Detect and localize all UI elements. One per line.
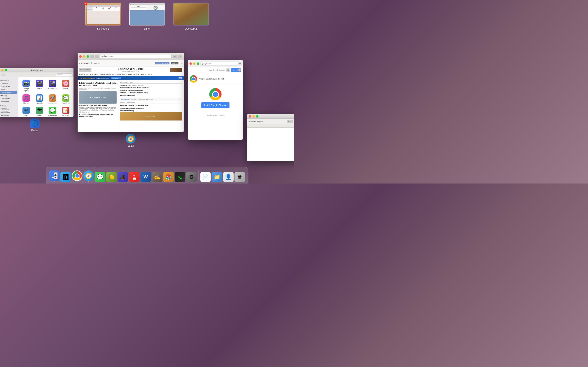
dock-item-newdoc[interactable]: 📄	[200, 172, 211, 182]
dock-item-contacts[interactable]: 👤	[223, 172, 234, 182]
sidebar-item-desktop[interactable]: 🖥 Desktop	[0, 94, 18, 97]
nav-us[interactable]: U.S.	[86, 74, 89, 75]
view-icon-columns[interactable]: |||	[1, 74, 2, 76]
size-selector[interactable]: 12	[264, 120, 267, 123]
google-plus-link[interactable]: +You	[208, 69, 212, 71]
nav-science[interactable]: SCIENCE	[126, 74, 132, 75]
sidebar-item-airdrop[interactable]: 📡 AirDrop	[0, 88, 18, 91]
nav-tech[interactable]: TECHNOLOGY	[115, 74, 125, 75]
sidebar-item-documents[interactable]: 📄 Documents	[0, 97, 18, 100]
safari-forward-button[interactable]: ›	[95, 55, 99, 58]
google-address-bar[interactable]: google.com	[200, 62, 237, 66]
app-item-messages[interactable]: 💬 Messages	[46, 106, 59, 117]
sidebar-item-all-files[interactable]: 🗂 All My Files	[0, 85, 18, 88]
sidebar-item-downloads[interactable]: ⬇ Downloads	[0, 100, 18, 103]
app-item-limechat[interactable]: 💬 LimeChat	[60, 94, 72, 105]
google-minimize-button[interactable]	[193, 62, 196, 65]
nyt-navigation: WORLD U.S. NEW YORK OPINION BUSINESS TEC…	[78, 73, 184, 76]
safari-close-button[interactable]	[79, 55, 82, 58]
safari-share-button[interactable]: ⬆	[178, 55, 182, 58]
app-item-itunes[interactable]: 🎵 iTunes	[20, 94, 33, 105]
google-maximize-button[interactable]	[197, 62, 199, 65]
app-item-mail[interactable]: ✉ Mail	[20, 106, 33, 117]
images-link[interactable]: Images	[219, 69, 225, 71]
app-item-launchpad[interactable]: 🚀 Launchpad	[46, 94, 59, 105]
ibm-cta-button[interactable]: See why →	[111, 77, 121, 79]
underline-button[interactable]: U	[294, 120, 294, 123]
view-icon-grid[interactable]: ⊞	[0, 74, 0, 76]
sidebar-item-dropbox[interactable]: 📦 Dropbox	[0, 82, 18, 85]
textedit-body[interactable]	[247, 128, 294, 161]
finder-search[interactable]: Search	[56, 73, 72, 76]
dock-item-script[interactable]: ✍	[152, 172, 163, 182]
chrome-promo-close[interactable]: ✕	[238, 68, 241, 72]
space-desktop2[interactable]: Desktop 2	[173, 3, 209, 30]
sidebar-item-applications[interactable]: 📱 Applications	[0, 91, 17, 94]
nav-business[interactable]: BUSINESS	[106, 74, 113, 75]
app-item-imovie[interactable]: 🎬 iMovie	[33, 79, 46, 93]
dock-item-ibooks[interactable]: 📚	[163, 172, 174, 182]
dock-item-alfred[interactable]: 🎩	[118, 172, 128, 182]
textedit-maximize-button[interactable]	[256, 115, 259, 118]
google-close-button[interactable]	[190, 62, 192, 65]
nyt-sections-button[interactable]: ≡ SECTIONS	[79, 62, 89, 64]
sidebar-item-macintosh[interactable]: 💻 Macintos...	[0, 110, 18, 113]
space-safari[interactable]: NYT 🧭 Safari	[129, 3, 165, 30]
dock-item-chrome[interactable]	[72, 170, 82, 182]
nyt-settings-icon[interactable]: ⚙	[181, 63, 182, 64]
safari-main-window[interactable]: ‹ › nytimes.com ↻ ⬆ ≡ SECTIONS 🔍 SEARCH …	[78, 53, 184, 132]
safari-maximize-button[interactable]	[86, 55, 89, 58]
app-item-imovie9[interactable]: 🎬 iMovie 9.0.9	[46, 79, 59, 93]
safari-reload-button[interactable]: ↻	[173, 55, 177, 58]
app-item-iphoto[interactable]: 🌸 iPhoto	[60, 79, 72, 93]
app-item-maps[interactable]: 🗺 Maps	[33, 106, 46, 117]
style-selector[interactable]: Regular	[257, 120, 264, 123]
dock-item-folder[interactable]: 📁	[212, 172, 222, 182]
safari-address-bar[interactable]: nytimes.com	[100, 54, 172, 59]
nyt-search-button[interactable]: 🔍 SEARCH	[91, 62, 100, 64]
israel-article-title: In Israel, Kerry Sees 'Work to Do' on De…	[79, 104, 117, 106]
dock-item-terminal[interactable]: $_	[175, 172, 185, 182]
safari-back-button[interactable]: ‹	[90, 55, 94, 58]
app-item-imagecapture[interactable]: 📷 Image Capture	[20, 79, 33, 93]
google-refresh-button[interactable]: ↻	[238, 62, 241, 65]
gmail-link[interactable]: Gmail	[213, 69, 218, 71]
nav-world[interactable]: WORLD	[79, 74, 85, 75]
dock-item-sysprefs[interactable]: ⚙	[186, 172, 197, 182]
nav-ny[interactable]: NEW YORK	[90, 74, 98, 75]
dock-item-appstore[interactable]: 🅰	[61, 172, 71, 182]
view-icon-coverflow[interactable]: ⊡	[3, 74, 5, 76]
space-desktop1[interactable]: ✕ FAVORITES Applications	[85, 3, 121, 30]
italic-button[interactable]: I	[290, 120, 293, 123]
finder-window[interactable]: Applications ≡ ⊞ ||| ⊡ Search FAVORITES	[0, 68, 73, 117]
app-item-msoffice[interactable]: 📝 Microsoft Office 2011	[60, 106, 72, 117]
nav-arts[interactable]: ARTS	[148, 74, 151, 75]
textedit-close-button[interactable]	[249, 115, 251, 118]
sidebar-item-maverick[interactable]: 💿 Maveric...	[0, 113, 18, 117]
safari-minimize-button[interactable]	[83, 55, 85, 58]
nyt-subscribe-button[interactable]: SUBSCRIBE NOW	[155, 62, 170, 64]
google-chrome-window[interactable]: google.com ↻ +You Gmail Images ⊞ Sign in	[188, 60, 243, 140]
dock-item-messages[interactable]: 💬	[95, 172, 105, 182]
dock-item-trash[interactable]: 🗑	[234, 172, 245, 182]
bold-button[interactable]: B	[287, 120, 290, 123]
nav-sports[interactable]: SPORTS	[140, 74, 146, 75]
textedit-window[interactable]: Helvetica Regular 12 B I U 📝 TextEdit	[247, 114, 294, 161]
dock-item-calendar[interactable]: 24 📅	[129, 172, 140, 182]
imovie-icon: 🎬	[36, 80, 43, 87]
dock-item-word[interactable]: W	[140, 172, 151, 182]
install-chrome-button[interactable]: Install Google Chrome	[201, 102, 229, 108]
nyt-login-button[interactable]: LOG IN	[171, 62, 178, 64]
font-selector[interactable]: Helvetica	[249, 120, 256, 123]
nav-opinion[interactable]: OPINION	[99, 74, 105, 75]
sidebar-item-remote[interactable]: 💻 Remote...	[0, 107, 18, 110]
textedit-ruler	[247, 124, 294, 128]
space-close-button[interactable]: ✕	[84, 1, 87, 5]
dock-item-finder[interactable]	[49, 170, 60, 182]
app-item-keynote[interactable]: 📊 Keynote	[33, 94, 46, 105]
nav-health[interactable]: HEALTH	[134, 74, 139, 75]
dock-item-safari[interactable]: 🧭	[83, 170, 94, 182]
textedit-minimize-button[interactable]	[252, 115, 255, 118]
google-apps-icon[interactable]: ⊞	[226, 68, 230, 72]
dock-item-limechat[interactable]: 🍋	[106, 172, 117, 182]
